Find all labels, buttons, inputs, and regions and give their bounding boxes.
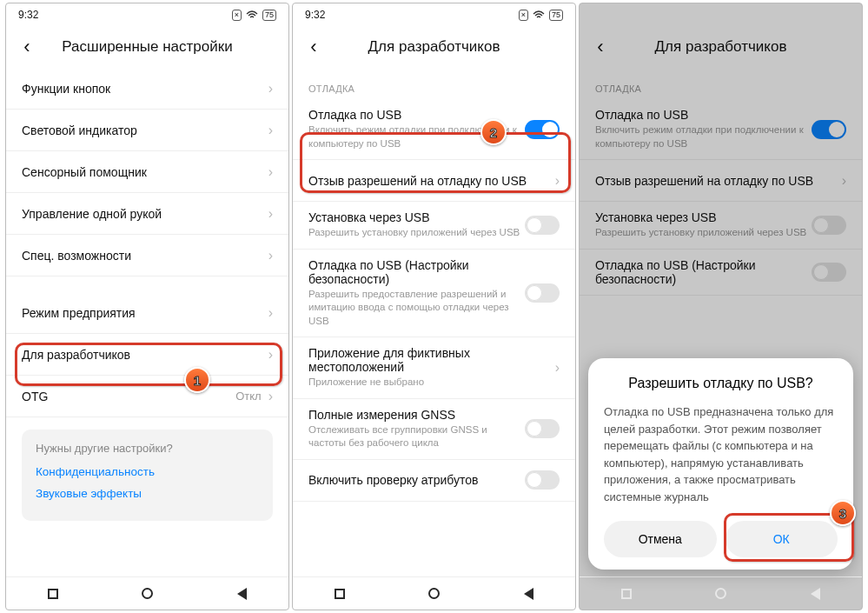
chevron-right-icon: › (268, 81, 273, 97)
chevron-right-icon: › (268, 123, 273, 138)
tip-card: Нужны другие настройки? Конфиденциальнос… (22, 430, 273, 521)
x-icon: × (519, 10, 528, 21)
title-bar: ‹ Для разработчиков (580, 26, 862, 68)
badge-2: 2 (480, 119, 507, 145)
toggle-usb-debug[interactable] (812, 120, 846, 139)
chevron-right-icon: › (555, 173, 560, 189)
toggle-install-usb[interactable] (525, 216, 560, 235)
nav-bar (580, 576, 862, 610)
badge-3: 3 (830, 500, 856, 526)
back-nav-icon[interactable] (811, 588, 820, 600)
row-accessibility[interactable]: Спец. возможности› (6, 235, 288, 277)
row-gnss[interactable]: Полные измерения GNSSОтслеживать все гру… (293, 399, 575, 460)
row-attrib-check[interactable]: Включить проверку атрибутов (293, 460, 575, 502)
tip-question: Нужны другие настройки? (36, 442, 259, 455)
chevron-right-icon: › (842, 173, 846, 189)
link-sound[interactable]: Звуковые эффекты (36, 487, 259, 500)
row-usb-security[interactable]: Отладка по USB (Настройки безопасности) (580, 250, 862, 296)
dialog-body: Отладка по USB предназначена только для … (604, 403, 838, 505)
toggle-usb-security[interactable] (525, 283, 560, 303)
status-bar: 9:32 × 75 (6, 3, 288, 26)
status-bar: 9:32 × 75 (580, 3, 862, 26)
back-nav-icon[interactable] (237, 588, 247, 600)
status-time: 9:32 (18, 9, 38, 21)
phone-1: 9:32 × 75 ‹ Расширенные настройки Функци… (5, 3, 289, 610)
section-debug: ОТЛАДКА (580, 68, 862, 99)
status-right: × 75 (232, 10, 276, 21)
recent-icon[interactable] (335, 589, 345, 599)
recent-icon[interactable] (621, 589, 632, 599)
back-nav-icon[interactable] (524, 588, 533, 600)
ok-button[interactable]: ОК (726, 521, 838, 557)
status-time: 9:32 (592, 9, 612, 21)
phone-2: 9:32 × 75 ‹ Для разработчиков ОТЛАДКА От… (292, 3, 576, 610)
nav-bar (6, 576, 288, 610)
page-title: Расширенные настройки (15, 38, 280, 56)
row-onehand[interactable]: Управление одной рукой› (6, 193, 288, 235)
page-title: Для разработчиков (301, 38, 567, 56)
row-revoke-usb[interactable]: Отзыв разрешений на отладку по USB› (580, 160, 862, 202)
chevron-right-icon: › (555, 360, 560, 376)
row-touch-assist[interactable]: Сенсорный помощник› (6, 151, 288, 193)
usb-debug-dialog: Разрешить отладку по USB? Отладка по USB… (588, 358, 853, 570)
row-enterprise[interactable]: Режим предприятия› (6, 292, 288, 334)
chevron-right-icon: › (268, 164, 273, 180)
row-usb-debug[interactable]: Отладка по USBВключить режим отладки при… (293, 99, 575, 160)
chevron-right-icon: › (268, 389, 273, 404)
content: ОТЛАДКА Отладка по USBВключить режим отл… (293, 68, 575, 576)
page-title: Для разработчиков (588, 38, 853, 56)
chevron-right-icon: › (268, 206, 273, 222)
status-right: × 75 (805, 10, 850, 21)
cancel-button[interactable]: Отмена (604, 521, 717, 557)
toggle-usb-security[interactable] (812, 263, 846, 282)
title-bar: ‹ Расширенные настройки (6, 26, 288, 68)
nav-bar (293, 576, 575, 610)
row-led[interactable]: Световой индикатор› (6, 110, 288, 151)
battery-pill: 75 (549, 10, 563, 21)
row-usb-security[interactable]: Отладка по USB (Настройки безопасности)Р… (293, 250, 575, 338)
x-icon: × (232, 10, 242, 21)
section-debug: ОТЛАДКА (293, 68, 575, 99)
status-bar: 9:32 × 75 (293, 3, 575, 26)
wifi-icon (533, 10, 545, 19)
toggle-gnss[interactable] (525, 419, 560, 438)
chevron-right-icon: › (268, 248, 273, 263)
row-install-usb[interactable]: Установка через USBРазрешить установку п… (580, 202, 862, 250)
phone-3: 9:32 × 75 ‹ Для разработчиков ОТЛАДКА От… (579, 3, 863, 610)
home-icon[interactable] (142, 588, 153, 599)
row-install-usb[interactable]: Установка через USBРазрешить установку п… (293, 202, 575, 250)
toggle-usb-debug[interactable] (525, 120, 560, 139)
toggle-attrib[interactable] (525, 470, 560, 490)
wifi-icon (246, 10, 258, 19)
row-otg[interactable]: OTGОткл› (6, 376, 288, 417)
wifi-icon (819, 10, 832, 19)
home-icon[interactable] (715, 588, 726, 599)
dialog-title: Разрешить отладку по USB? (604, 376, 838, 391)
row-developer-options[interactable]: Для разработчиков› (6, 334, 288, 376)
title-bar: ‹ Для разработчиков (293, 26, 575, 68)
x-icon: × (805, 10, 815, 21)
row-buttons[interactable]: Функции кнопок› (6, 68, 288, 110)
row-revoke-usb[interactable]: Отзыв разрешений на отладку по USB› (293, 160, 575, 202)
chevron-right-icon: › (268, 347, 273, 363)
toggle-install-usb[interactable] (812, 216, 846, 235)
chevron-right-icon: › (268, 305, 273, 321)
status-right: × 75 (519, 10, 563, 21)
link-privacy[interactable]: Конфиденциальность (36, 465, 259, 478)
badge-1: 1 (184, 367, 210, 393)
recent-icon[interactable] (48, 589, 58, 599)
battery-pill: 75 (836, 10, 850, 21)
row-mock-location[interactable]: Приложение для фиктивных местоположенийП… (293, 337, 575, 399)
battery-pill: 75 (262, 10, 276, 21)
status-time: 9:32 (305, 9, 325, 21)
content: Функции кнопок› Световой индикатор› Сенс… (6, 68, 288, 576)
home-icon[interactable] (428, 588, 440, 599)
row-usb-debug[interactable]: Отладка по USBВключить режим отладки при… (580, 99, 862, 160)
